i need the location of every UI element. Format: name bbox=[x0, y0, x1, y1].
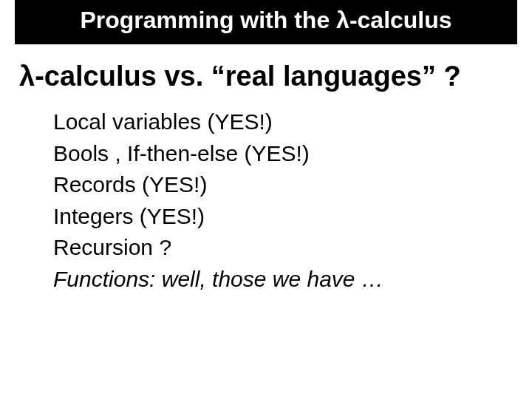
slide-title: Programming with the λ-calculus bbox=[80, 7, 451, 33]
list-item: Functions: well, those we have … bbox=[53, 264, 502, 296]
list-item: Recursion ? bbox=[53, 232, 502, 264]
slide-body: Local variables (YES!) Bools , If-then-e… bbox=[0, 99, 532, 296]
slide-title-bar: Programming with the λ-calculus bbox=[15, 0, 517, 44]
subheading-text: λ-calculus vs. “real languages” ? bbox=[19, 61, 461, 92]
list-item: Bools , If-then-else (YES!) bbox=[53, 138, 502, 170]
list-item: Records (YES!) bbox=[53, 169, 502, 201]
list-item: Integers (YES!) bbox=[53, 201, 502, 233]
slide: Programming with the λ-calculus λ-calcul… bbox=[0, 0, 532, 399]
list-item: Local variables (YES!) bbox=[53, 106, 502, 138]
slide-subheading: λ-calculus vs. “real languages” ? bbox=[0, 52, 532, 99]
